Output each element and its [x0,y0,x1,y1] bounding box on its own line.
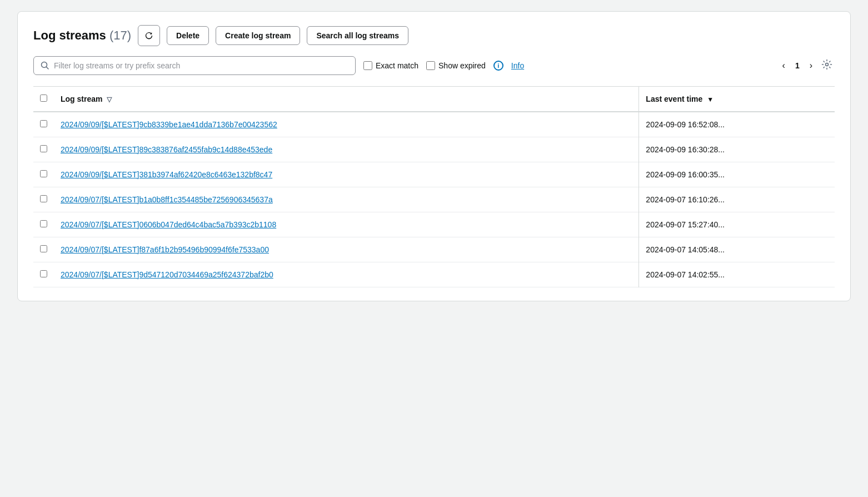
show-expired-label[interactable]: Show expired [426,61,486,70]
row-stream-cell: 2024/09/07/[$LATEST]0606b047ded64c4bac5a… [54,212,639,237]
row-stream-cell: 2024/09/07/[$LATEST]b1a0b8ff1c354485be72… [54,187,639,212]
info-link-text: Info [511,61,524,70]
row-time-cell: 2024-09-09 16:00:35... [639,162,835,187]
table-body: 2024/09/09/[$LATEST]9cb8339be1ae41dda713… [33,112,835,287]
row-stream-cell: 2024/09/09/[$LATEST]381b3974af62420e8c64… [54,162,639,187]
pagination-group: ‹ 1 › [779,57,835,75]
stream-filter-icon[interactable]: ▽ [107,96,112,103]
show-expired-text: Show expired [438,61,486,70]
refresh-button[interactable] [138,25,160,46]
row-checkbox-cell [33,187,54,212]
settings-button[interactable] [819,57,835,75]
title-count: (17) [109,28,131,42]
row-checkbox-2[interactable] [40,170,47,177]
next-page-button[interactable]: › [806,58,816,73]
search-all-log-streams-button[interactable]: Search all log streams [307,26,408,45]
row-checkbox-cell [33,262,54,287]
show-expired-checkbox[interactable] [426,61,435,70]
svg-line-1 [47,67,49,69]
info-link[interactable]: Info [511,61,524,70]
row-checkbox-4[interactable] [40,220,47,227]
time-sort-icon[interactable]: ▼ [707,96,714,103]
row-checkbox-cell [33,112,54,137]
log-table: Log stream ▽ Last event time ▼ 2024/09/0… [33,87,835,287]
stream-link[interactable]: 2024/09/07/[$LATEST]b1a0b8ff1c354485be72… [61,195,273,204]
create-log-stream-button[interactable]: Create log stream [216,26,300,45]
row-stream-cell: 2024/09/09/[$LATEST]9cb8339be1ae41dda713… [54,112,639,137]
row-stream-cell: 2024/09/07/[$LATEST]f87a6f1b2b95496b9099… [54,237,639,262]
table-header: Log stream ▽ Last event time ▼ [33,87,835,112]
stream-link[interactable]: 2024/09/09/[$LATEST]9cb8339be1ae41dda713… [61,120,277,129]
row-time-cell: 2024-09-07 16:10:26... [639,187,835,212]
select-all-checkbox[interactable] [40,95,47,102]
refresh-icon [145,31,153,40]
row-checkbox-cell [33,237,54,262]
row-checkbox-6[interactable] [40,270,47,277]
table-row: 2024/09/07/[$LATEST]0606b047ded64c4bac5a… [33,212,835,237]
header-select-all [33,87,54,112]
table-row: 2024/09/09/[$LATEST]89c383876af2455fab9c… [33,137,835,162]
exact-match-checkbox[interactable] [363,61,372,70]
search-input[interactable] [54,61,348,70]
row-checkbox-1[interactable] [40,145,47,152]
svg-point-2 [826,63,829,66]
stream-link[interactable]: 2024/09/09/[$LATEST]381b3974af62420e8c64… [61,170,272,179]
row-stream-cell: 2024/09/07/[$LATEST]9d547120d7034469a25f… [54,262,639,287]
row-time-cell: 2024-09-09 16:52:08... [639,112,835,137]
page-title: Log streams (17) [33,28,131,43]
table-row: 2024/09/09/[$LATEST]381b3974af62420e8c64… [33,162,835,187]
prev-page-button[interactable]: ‹ [779,58,789,73]
header-row: Log streams (17) Delete Create log strea… [33,25,835,46]
title-text: Log streams [33,28,106,42]
row-time-cell: 2024-09-07 14:02:55... [639,262,835,287]
search-icon [41,61,49,70]
log-streams-panel: Log streams (17) Delete Create log strea… [17,11,851,301]
row-time-cell: 2024-09-07 15:27:40... [639,212,835,237]
col-header-stream: Log stream ▽ [54,87,639,112]
exact-match-text: Exact match [376,61,418,70]
row-checkbox-0[interactable] [40,120,47,127]
stream-link[interactable]: 2024/09/07/[$LATEST]f87a6f1b2b95496b9099… [61,245,269,254]
col-time-label: Last event time [646,95,702,103]
search-box [33,56,356,75]
col-stream-label: Log stream [61,95,102,103]
stream-link[interactable]: 2024/09/07/[$LATEST]9d547120d7034469a25f… [61,270,273,279]
row-checkbox-3[interactable] [40,195,47,202]
row-stream-cell: 2024/09/09/[$LATEST]89c383876af2455fab9c… [54,137,639,162]
table-row: 2024/09/07/[$LATEST]f87a6f1b2b95496b9099… [33,237,835,262]
row-time-cell: 2024-09-09 16:30:28... [639,137,835,162]
page-number: 1 [792,61,803,70]
stream-link[interactable]: 2024/09/07/[$LATEST]0606b047ded64c4bac5a… [61,220,276,229]
col-header-time: Last event time ▼ [639,87,835,112]
row-time-cell: 2024-09-07 14:05:48... [639,237,835,262]
row-checkbox-5[interactable] [40,245,47,252]
delete-button[interactable]: Delete [167,26,209,45]
exact-match-label[interactable]: Exact match [363,61,418,70]
row-checkbox-cell [33,137,54,162]
row-checkbox-cell [33,212,54,237]
table-row: 2024/09/07/[$LATEST]9d547120d7034469a25f… [33,262,835,287]
filter-row: Exact match Show expired i Info ‹ 1 › [33,56,835,75]
info-icon: i [493,61,503,71]
stream-link[interactable]: 2024/09/09/[$LATEST]89c383876af2455fab9c… [61,145,272,154]
gear-icon [821,59,832,70]
table-row: 2024/09/09/[$LATEST]9cb8339be1ae41dda713… [33,112,835,137]
row-checkbox-cell [33,162,54,187]
table-row: 2024/09/07/[$LATEST]b1a0b8ff1c354485be72… [33,187,835,212]
